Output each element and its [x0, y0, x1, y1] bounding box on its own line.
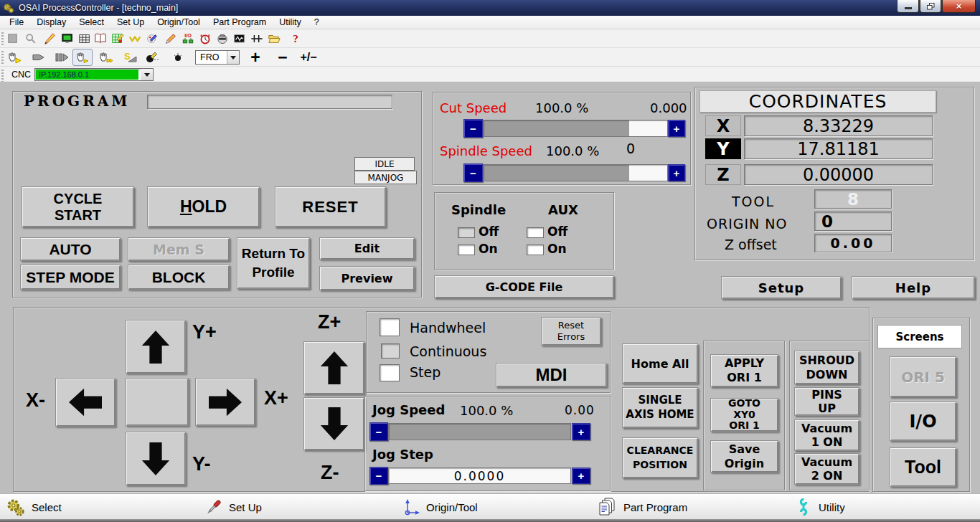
apply-ori-1-button[interactable]: APPLY ORI 1 [710, 354, 778, 387]
search-button[interactable] [22, 30, 39, 47]
shroud-down-button[interactable]: SHROUD DOWN [794, 351, 859, 384]
book-button[interactable] [92, 30, 109, 47]
continuous-checkbox[interactable] [381, 343, 400, 359]
palette-button[interactable] [143, 30, 161, 47]
spindle-off-checkbox[interactable] [458, 227, 475, 238]
edit-button[interactable]: Edit [319, 237, 415, 260]
pencil-button[interactable] [162, 30, 179, 47]
io-button[interactable]: I/O [179, 30, 197, 47]
restore-button[interactable] [920, 0, 941, 13]
jog-speed-slider-track[interactable] [388, 423, 571, 440]
axis-x-label[interactable]: X [705, 115, 741, 136]
cut-speed-plus-button[interactable]: + [668, 120, 685, 137]
pen-button[interactable] [42, 30, 59, 47]
tool-button[interactable]: Tool [890, 447, 956, 487]
signal-button[interactable] [248, 30, 265, 47]
single-axis-home-button[interactable]: SINGLE AXIS HOME [622, 387, 698, 428]
bottombar-origin-tool[interactable]: Origin/Tool [393, 494, 588, 520]
ball-button[interactable] [169, 49, 187, 65]
screens-button[interactable]: Screens [877, 325, 962, 348]
handwheel-checkbox[interactable] [380, 318, 400, 336]
clearance-position-button[interactable]: CLEARANCE POSITION [622, 437, 698, 478]
monitor-button[interactable] [59, 30, 76, 47]
bottombar-select[interactable]: Select [0, 494, 194, 520]
menu-origin-tool[interactable]: Origin/Tool [151, 16, 207, 29]
step-checkbox[interactable] [380, 364, 400, 381]
axis-y-label[interactable]: Y [705, 138, 741, 159]
program-name-field[interactable] [147, 95, 392, 109]
fro-dropdown-button[interactable] [227, 51, 239, 64]
jog-center-button[interactable] [126, 378, 189, 426]
fro-combobox[interactable]: FRO [195, 50, 240, 65]
scope-button[interactable] [231, 30, 248, 47]
operator-button[interactable] [214, 30, 231, 47]
jog-step-slider-track[interactable]: 0.0000 [388, 468, 571, 484]
spindle-speed-plus-button[interactable]: + [668, 164, 685, 181]
jog-y-plus-button[interactable] [126, 320, 186, 374]
cycle-start-button[interactable]: CYCLE START [22, 186, 134, 227]
hand-start-button[interactable] [6, 49, 23, 65]
preview-button[interactable]: Preview [319, 266, 415, 290]
help-button[interactable]: ? [287, 30, 304, 47]
forward-button[interactable] [30, 49, 47, 65]
jog-z-plus-button[interactable] [303, 341, 364, 394]
table-button[interactable] [76, 30, 93, 47]
mdi-button[interactable]: MDI [496, 363, 607, 387]
close-button[interactable]: × [942, 0, 976, 13]
menu-display[interactable]: Display [30, 16, 72, 29]
spindle-speed-minus-button[interactable]: − [463, 163, 483, 182]
minimize-button[interactable] [897, 0, 919, 13]
spindle-on-checkbox[interactable] [458, 245, 475, 255]
jog-x-minus-button[interactable] [55, 378, 116, 427]
jog-z-minus-button[interactable] [303, 397, 364, 450]
axis-z-label[interactable]: Z [705, 164, 741, 185]
override-plus-button[interactable]: + [246, 49, 265, 66]
return-to-profile-button[interactable]: Return To Profile [237, 237, 310, 289]
aux-off-checkbox[interactable] [527, 227, 544, 238]
menu-utility[interactable]: Utility [273, 16, 308, 29]
cut-speed-minus-button[interactable]: − [463, 119, 483, 138]
glasses-button[interactable] [126, 30, 143, 47]
menu-set-up[interactable]: Set Up [110, 16, 151, 29]
menu-help[interactable]: ? [308, 16, 326, 29]
home-all-button[interactable]: Home All [622, 343, 698, 384]
override-plus-minus-button[interactable]: +/− [296, 49, 321, 66]
cut-speed-slider-track[interactable] [483, 120, 668, 137]
cnc-connection-combobox[interactable]: IP.192.168.0.1 [34, 68, 154, 81]
chart-edit-button[interactable] [109, 30, 126, 47]
pause-forward-button[interactable] [54, 49, 71, 65]
jog-speed-plus-button[interactable]: + [572, 423, 590, 440]
menu-part-program[interactable]: Part Program [207, 16, 273, 29]
bottombar-set-up[interactable]: Set Up [196, 494, 390, 520]
block-button[interactable]: BLOCK [128, 265, 230, 290]
io-button[interactable]: I/O [890, 402, 956, 441]
vacuum-2-on-button[interactable]: Vacuum 2 ON [794, 453, 859, 485]
clock-button[interactable] [197, 30, 214, 47]
bottombar-part-program[interactable]: Part Program [589, 494, 783, 520]
vacuum-1-on-button[interactable]: Vacuum 1 ON [794, 419, 859, 451]
reset-button[interactable]: RESET [275, 186, 386, 227]
jog-hand-fast-button[interactable] [98, 49, 115, 65]
override-minus-button[interactable]: − [273, 49, 292, 66]
help-button[interactable]: Help [852, 276, 975, 299]
jog-hand-button[interactable] [72, 49, 93, 66]
step-mode-button[interactable]: STEP MODE [20, 265, 121, 290]
ball-pencil-button[interactable] [144, 49, 161, 65]
jog-step-minus-button[interactable]: − [369, 467, 388, 485]
new-button[interactable] [4, 30, 22, 47]
jog-step-plus-button[interactable]: + [572, 468, 590, 484]
jog-x-plus-button[interactable] [195, 378, 255, 426]
menu-select[interactable]: Select [72, 16, 110, 29]
menu-file[interactable]: File [3, 16, 30, 29]
aux-on-checkbox[interactable] [527, 245, 544, 255]
s-ramp-button[interactable]: S [121, 49, 138, 65]
save-origin-button[interactable]: Save Origin [710, 440, 778, 473]
cnc-dropdown-button[interactable] [141, 69, 153, 80]
reset-errors-button[interactable]: Reset Errors [541, 317, 601, 346]
pins-up-button[interactable]: PINS UP [794, 387, 859, 416]
folder-button[interactable] [265, 30, 283, 47]
auto-button[interactable]: AUTO [20, 237, 121, 261]
gcode-file-button[interactable]: G-CODE File [434, 275, 614, 298]
setup-button[interactable]: Setup [721, 276, 842, 299]
hold-button[interactable]: HOLD [147, 186, 260, 227]
